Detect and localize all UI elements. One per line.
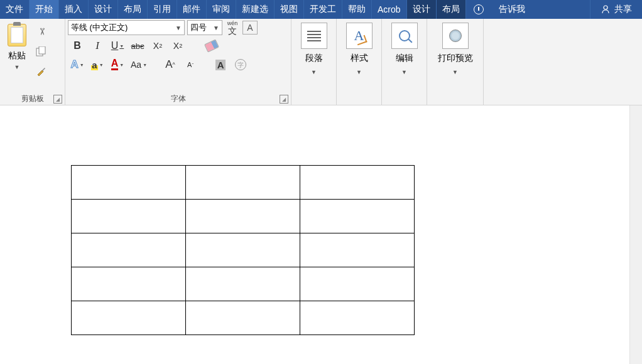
eraser-icon	[204, 39, 219, 52]
tab-table-layout[interactable]: 布局	[437, 0, 466, 19]
font-launcher[interactable]: ◢	[280, 95, 288, 104]
tab-review[interactable]: 审阅	[207, 0, 236, 19]
subscript-button[interactable]: X2	[151, 38, 165, 53]
styles-button[interactable]: A 样式 ▼	[337, 19, 381, 75]
tab-layout[interactable]: 布局	[118, 0, 148, 19]
paragraph-dropdown[interactable]: ▼	[311, 69, 317, 75]
preview-icon	[442, 23, 469, 49]
paragraph-icon	[301, 23, 327, 49]
ribbon-tabs-bar: 文件 开始 插入 设计 布局 引用 邮件 审阅 新建选 视图 开发工 帮助 Ac…	[0, 0, 642, 19]
share-icon	[601, 4, 611, 14]
tab-developer[interactable]: 开发工	[304, 0, 342, 19]
tell-me-icon[interactable]	[466, 0, 491, 19]
font-size-select[interactable]: 四号 ▼	[187, 20, 222, 35]
styles-icon: A	[346, 23, 373, 49]
font-color-button[interactable]: A▼	[111, 57, 124, 72]
find-icon	[391, 23, 418, 49]
paste-icon[interactable]	[8, 24, 26, 46]
clear-formatting-button[interactable]	[205, 38, 219, 53]
tab-help[interactable]: 帮助	[342, 0, 372, 19]
preview-dropdown[interactable]: ▼	[452, 69, 458, 75]
superscript-button[interactable]: X2	[171, 38, 185, 53]
tab-design[interactable]: 设计	[89, 0, 118, 19]
chevron-down-icon: ▼	[175, 24, 182, 31]
circled-icon	[235, 59, 246, 70]
tab-references[interactable]: 引用	[148, 0, 177, 19]
font-group-label: 字体	[65, 92, 291, 105]
strikethrough-button[interactable]: abє	[131, 38, 144, 53]
share-label: 共享	[614, 4, 632, 15]
bold-button[interactable]: B	[70, 38, 84, 53]
ribbon: 粘贴 ▼ ✂ 剪贴板 ◢ 等线 (中文正文) ▼	[0, 19, 642, 105]
character-shading-button[interactable]: A	[214, 57, 227, 72]
styles-dropdown[interactable]: ▼	[356, 69, 362, 75]
document-table[interactable]	[71, 165, 415, 335]
scissors-icon: ✂	[36, 28, 47, 36]
svg-rect-2	[39, 46, 45, 54]
document-canvas[interactable]	[0, 119, 628, 364]
tab-acrobat[interactable]: Acrob	[372, 0, 407, 19]
tab-newtab[interactable]: 新建选	[236, 0, 275, 19]
grow-font-button[interactable]: A^	[163, 57, 177, 72]
phonetic-guide-button[interactable]: wén 文	[225, 21, 240, 35]
print-preview-button[interactable]: 打印预览 ▼	[427, 19, 483, 75]
enclose-characters-button[interactable]	[234, 57, 248, 72]
copy-button[interactable]	[33, 44, 50, 59]
paste-dropdown[interactable]: ▼	[14, 64, 20, 70]
underline-button[interactable]: U▼	[111, 38, 124, 53]
tab-view[interactable]: 视图	[275, 0, 304, 19]
share-button[interactable]: 共享	[590, 0, 642, 19]
paragraph-button[interactable]: 段落 ▼	[291, 19, 336, 75]
text-effects-button[interactable]: A▼	[70, 57, 84, 72]
copy-icon	[36, 46, 47, 56]
vertical-scrollbar[interactable]	[629, 105, 642, 364]
tab-home[interactable]: 开始	[30, 0, 59, 19]
font-name-select[interactable]: 等线 (中文正文) ▼	[68, 20, 185, 35]
font-name-value: 等线 (中文正文)	[71, 22, 128, 33]
change-case-button[interactable]: Aa▼	[131, 57, 147, 72]
highlight-button[interactable]: a▼	[90, 57, 104, 72]
font-size-value: 四号	[190, 22, 207, 33]
cut-button[interactable]: ✂	[33, 24, 50, 39]
tab-table-design[interactable]: 设计	[407, 0, 437, 19]
brush-icon	[36, 66, 47, 77]
edit-button[interactable]: 编辑 ▼	[382, 19, 427, 75]
clipboard-launcher[interactable]: ◢	[53, 95, 62, 104]
format-painter-button[interactable]	[33, 64, 50, 79]
tab-mailings[interactable]: 邮件	[177, 0, 207, 19]
paste-button[interactable]: 粘贴	[8, 50, 26, 62]
tab-insert[interactable]: 插入	[59, 0, 89, 19]
shrink-font-button[interactable]: Aˇ	[183, 57, 197, 72]
italic-button[interactable]: I	[90, 38, 104, 53]
tell-me-text[interactable]: 告诉我	[491, 0, 533, 19]
edit-dropdown[interactable]: ▼	[401, 69, 407, 75]
chevron-down-icon: ▼	[213, 24, 219, 31]
character-border-button[interactable]: A	[242, 21, 258, 35]
tab-file[interactable]: 文件	[0, 0, 30, 19]
svg-point-0	[604, 6, 607, 9]
